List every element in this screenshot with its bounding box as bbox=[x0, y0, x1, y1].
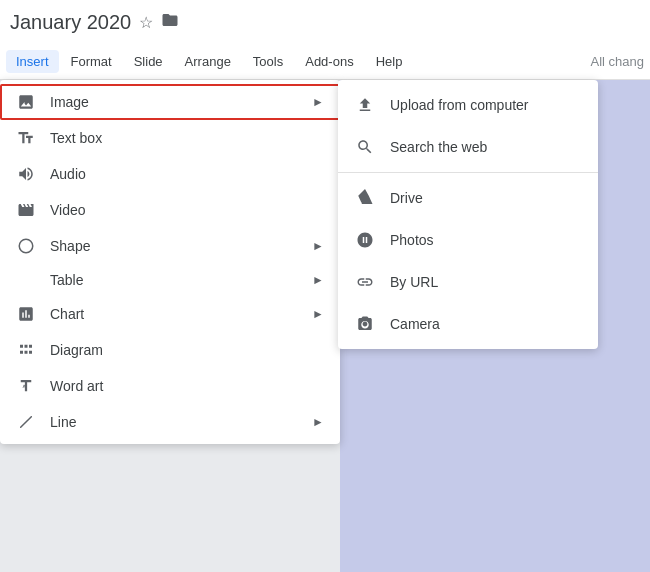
submenu-photos[interactable]: Photos bbox=[338, 219, 598, 261]
menu-item-video[interactable]: Video bbox=[0, 192, 340, 228]
wordart-label: Word art bbox=[50, 378, 324, 394]
menu-arrange[interactable]: Arrange bbox=[175, 50, 241, 73]
menu-item-wordart[interactable]: Word art bbox=[0, 368, 340, 404]
photos-label: Photos bbox=[390, 232, 434, 248]
diagram-icon bbox=[16, 340, 36, 360]
svg-point-0 bbox=[19, 239, 33, 253]
menu-help[interactable]: Help bbox=[366, 50, 413, 73]
document-title: January 2020 bbox=[10, 11, 131, 34]
search-icon bbox=[354, 136, 376, 158]
shape-arrow: ► bbox=[312, 239, 324, 253]
menu-insert[interactable]: Insert bbox=[6, 50, 59, 73]
menu-item-table[interactable]: Table ► bbox=[0, 264, 340, 296]
line-icon bbox=[16, 412, 36, 432]
wordart-icon bbox=[16, 376, 36, 396]
chart-arrow: ► bbox=[312, 307, 324, 321]
byurl-label: By URL bbox=[390, 274, 438, 290]
save-status: All chang bbox=[591, 54, 644, 69]
line-arrow: ► bbox=[312, 415, 324, 429]
image-arrow: ► bbox=[312, 95, 324, 109]
drive-label: Drive bbox=[390, 190, 423, 206]
menu-item-shape[interactable]: Shape ► bbox=[0, 228, 340, 264]
image-label: Image bbox=[50, 94, 298, 110]
menu-bar: Insert Format Slide Arrange Tools Add-on… bbox=[0, 44, 650, 80]
video-icon bbox=[16, 200, 36, 220]
video-label: Video bbox=[50, 202, 324, 218]
submenu-divider bbox=[338, 172, 598, 173]
drive-icon bbox=[354, 187, 376, 209]
folder-icon[interactable] bbox=[161, 11, 179, 33]
searchweb-label: Search the web bbox=[390, 139, 487, 155]
table-label: Table bbox=[50, 272, 298, 288]
submenu-byurl[interactable]: By URL bbox=[338, 261, 598, 303]
menu-tools[interactable]: Tools bbox=[243, 50, 293, 73]
insert-dropdown-menu: Image ► Text box Audio Video bbox=[0, 80, 340, 444]
submenu-searchweb[interactable]: Search the web bbox=[338, 126, 598, 168]
textbox-icon bbox=[16, 128, 36, 148]
menu-item-textbox[interactable]: Text box bbox=[0, 120, 340, 156]
url-icon bbox=[354, 271, 376, 293]
audio-icon bbox=[16, 164, 36, 184]
menu-format[interactable]: Format bbox=[61, 50, 122, 73]
menu-item-line[interactable]: Line ► bbox=[0, 404, 340, 440]
submenu-camera[interactable]: Camera bbox=[338, 303, 598, 345]
camera-label: Camera bbox=[390, 316, 440, 332]
shape-icon bbox=[16, 236, 36, 256]
star-icon[interactable]: ☆ bbox=[139, 13, 153, 32]
menu-item-diagram[interactable]: Diagram bbox=[0, 332, 340, 368]
image-icon bbox=[16, 92, 36, 112]
menu-addons[interactable]: Add-ons bbox=[295, 50, 363, 73]
upload-icon bbox=[354, 94, 376, 116]
audio-label: Audio bbox=[50, 166, 324, 182]
image-submenu: Upload from computer Search the web Driv… bbox=[338, 80, 598, 349]
chart-icon bbox=[16, 304, 36, 324]
upload-label: Upload from computer bbox=[390, 97, 529, 113]
camera-icon bbox=[354, 313, 376, 335]
textbox-label: Text box bbox=[50, 130, 324, 146]
menu-item-image[interactable]: Image ► bbox=[0, 84, 340, 120]
line-label: Line bbox=[50, 414, 298, 430]
diagram-label: Diagram bbox=[50, 342, 324, 358]
submenu-upload[interactable]: Upload from computer bbox=[338, 84, 598, 126]
menu-item-chart[interactable]: Chart ► bbox=[0, 296, 340, 332]
menu-item-audio[interactable]: Audio bbox=[0, 156, 340, 192]
submenu-drive[interactable]: Drive bbox=[338, 177, 598, 219]
chart-label: Chart bbox=[50, 306, 298, 322]
title-bar: January 2020 ☆ bbox=[0, 0, 650, 44]
photos-icon bbox=[354, 229, 376, 251]
table-arrow: ► bbox=[312, 273, 324, 287]
shape-label: Shape bbox=[50, 238, 298, 254]
menu-slide[interactable]: Slide bbox=[124, 50, 173, 73]
